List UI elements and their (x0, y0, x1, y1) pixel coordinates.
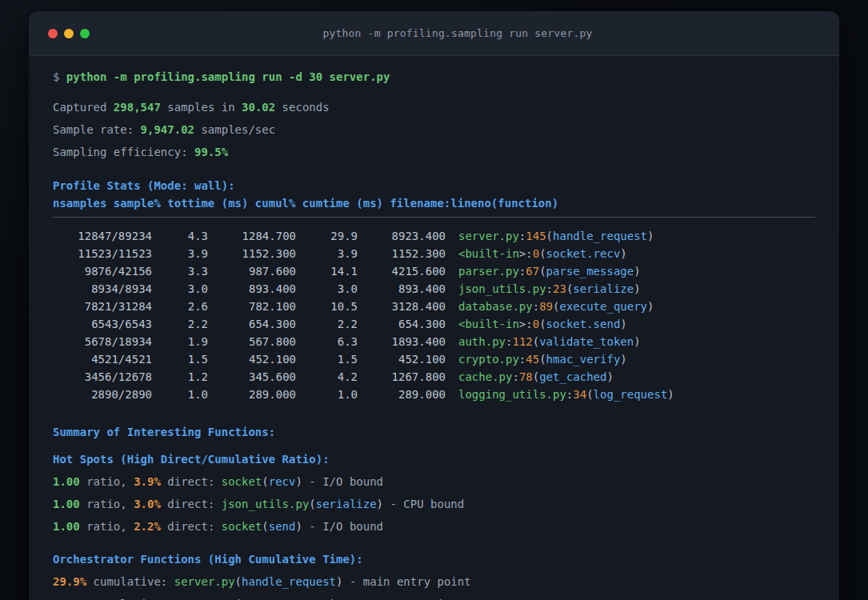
orchestrator-heading: Orchestrator Functions (High Cumulative … (53, 548, 815, 570)
hot-spot-line: 1.00 ratio, 2.2% direct: socket(send) - … (53, 515, 815, 538)
function-location: auth.py:112(validate_token) (446, 333, 641, 350)
table-row: 4521/45211.5452.1001.5452.100crypto.py:4… (53, 350, 815, 368)
sampling-efficiency-line: Sampling efficiency: 99.5% (53, 141, 815, 163)
window-title: python -m profiling.sampling run server.… (109, 27, 806, 39)
function-location: <built-in>:0(socket.recv) (446, 245, 627, 262)
summary-heading: Summary of Interesting Functions: (53, 421, 815, 443)
terminal-window: python -m profiling.sampling run server.… (29, 11, 839, 600)
hot-spot-line: 1.00 ratio, 3.9% direct: socket(recv) - … (53, 470, 815, 493)
sample-rate-line: Sample rate: 9,947.02 samples/sec (53, 118, 815, 141)
command-line: $ python -m profiling.sampling run -d 30… (53, 66, 815, 88)
table-row: 12847/892344.31284.70029.98923.400server… (53, 227, 815, 245)
hot-spots-heading: Hot Spots (High Direct/Cumulative Ratio)… (53, 448, 815, 470)
maximize-button[interactable] (80, 29, 90, 38)
function-location: server.py:145(handle_request) (446, 227, 654, 245)
function-location: parser.py:67(parse_message) (446, 262, 641, 280)
function-location: cache.py:78(get_cached) (446, 368, 614, 386)
minimize-button[interactable] (64, 29, 74, 38)
header-separator (53, 217, 815, 218)
table-row: 8934/89343.0893.4003.0893.400json_utils.… (53, 280, 815, 298)
terminal-output: $ python -m profiling.sampling run -d 30… (29, 56, 839, 600)
hot-spot-line: 1.00 ratio, 3.0% direct: json_utils.py(s… (53, 493, 815, 515)
orchestrator-line: 14.1% cumulative: parser.py(parse_messag… (53, 593, 815, 600)
traffic-lights (48, 29, 109, 38)
table-row: 7821/312842.6782.10010.53128.400database… (53, 298, 815, 315)
function-location: <built-in>:0(socket.send) (446, 315, 627, 333)
table-row: 11523/115233.91152.3003.91152.300<built-… (53, 245, 815, 262)
window-titlebar: python -m profiling.sampling run server.… (29, 11, 839, 56)
profile-stats-column-header: nsamples sample% tottime (ms) cumul% cum… (53, 194, 815, 212)
captured-line: Captured 298,547 samples in 30.02 second… (53, 96, 815, 118)
function-location: database.py:89(execute_query) (446, 298, 654, 315)
function-location: json_utils.py:23(serialize) (446, 280, 641, 298)
table-row: 2890/28901.0289.0001.0289.000logging_uti… (53, 386, 815, 403)
table-row: 6543/65432.2654.3002.2654.300<built-in>:… (53, 315, 815, 333)
profile-stats-heading: Profile Stats (Mode: wall): (53, 174, 815, 197)
orchestrator-line: 29.9% cumulative: server.py(handle_reque… (53, 570, 815, 593)
function-location: logging_utils.py:34(log_request) (446, 386, 674, 403)
table-row: 9876/421563.3987.60014.14215.600parser.p… (53, 262, 815, 280)
profile-stats-table: 12847/892344.31284.70029.98923.400server… (53, 227, 815, 403)
table-row: 5678/189341.9567.8006.31893.400auth.py:1… (53, 333, 815, 350)
function-location: crypto.py:45(hmac_verify) (446, 350, 627, 368)
table-row: 3456/126781.2345.6004.21267.800cache.py:… (53, 368, 815, 386)
close-button[interactable] (48, 29, 58, 38)
